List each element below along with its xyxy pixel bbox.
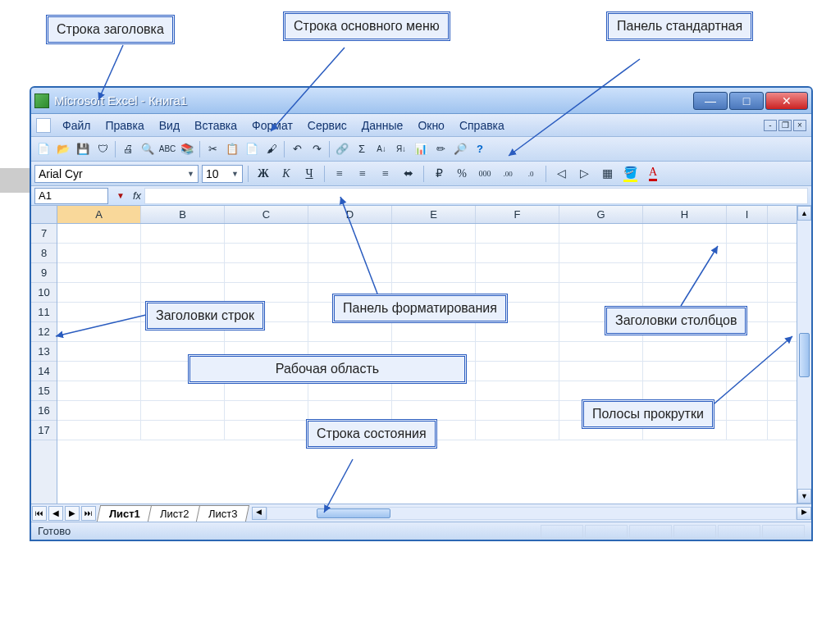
help-icon[interactable]: ? (471, 140, 489, 158)
tab-first-icon[interactable]: ⏮ (32, 506, 47, 521)
formula-input[interactable] (144, 188, 808, 204)
sheet-tab[interactable]: Лист3 (196, 505, 250, 522)
align-center-icon[interactable]: ≡ (353, 165, 372, 183)
select-all-corner[interactable] (31, 206, 57, 224)
minimize-button[interactable]: — (693, 92, 728, 110)
title-bar[interactable]: Microsoft Excel - Книга1 — □ ✕ (31, 88, 811, 114)
close-button[interactable]: ✕ (765, 92, 808, 110)
col-header[interactable]: E (392, 206, 476, 223)
row-header[interactable]: 14 (31, 362, 57, 381)
scroll-track[interactable] (797, 221, 811, 331)
tab-prev-icon[interactable]: ◀ (48, 506, 63, 521)
row-header[interactable]: 16 (31, 401, 57, 421)
name-box-arrow-icon[interactable]: ▼ (112, 191, 130, 200)
percent-icon[interactable]: % (452, 165, 472, 183)
menu-file[interactable]: Файл (56, 116, 97, 134)
inc-decimal-icon[interactable]: .00 (498, 165, 518, 183)
name-box[interactable]: A1 (34, 188, 108, 204)
copy-icon[interactable]: 📋 (223, 140, 241, 158)
tab-next-icon[interactable]: ▶ (65, 506, 80, 521)
scroll-thumb[interactable] (317, 508, 390, 518)
autosum-icon[interactable]: Σ (353, 140, 371, 158)
open-icon[interactable]: 📂 (54, 140, 72, 158)
fx-label[interactable]: fx (133, 189, 141, 202)
maximize-button[interactable]: □ (729, 92, 764, 110)
align-left-icon[interactable]: ≡ (330, 165, 349, 183)
drawing-icon[interactable]: ✏ (431, 140, 450, 158)
paste-icon[interactable]: 📄 (243, 140, 261, 158)
sort-asc-icon[interactable]: А↓ (372, 140, 390, 158)
sort-desc-icon[interactable]: Я↓ (392, 140, 410, 158)
row-header[interactable]: 9 (31, 263, 57, 283)
menu-insert[interactable]: Вставка (188, 116, 244, 134)
row-header[interactable]: 12 (31, 322, 57, 342)
print-icon[interactable]: 🖨 (119, 140, 137, 158)
scroll-right-icon[interactable]: ▶ (797, 507, 811, 520)
scroll-track[interactable] (797, 379, 811, 490)
horizontal-scrollbar[interactable]: ◀ ▶ (252, 507, 811, 520)
bold-button[interactable]: Ж (253, 165, 273, 183)
currency-icon[interactable]: ₽ (429, 165, 449, 183)
menu-format[interactable]: Формат (245, 116, 299, 134)
merge-icon[interactable]: ⬌ (399, 165, 418, 183)
permission-icon[interactable]: 🛡 (94, 140, 112, 158)
redo-icon[interactable]: ↷ (308, 140, 326, 158)
italic-button[interactable]: К (276, 165, 296, 183)
workbook-icon[interactable] (36, 118, 51, 133)
scroll-down-icon[interactable]: ▼ (797, 489, 811, 504)
tab-last-icon[interactable]: ⏭ (81, 506, 96, 521)
sheet-tab[interactable]: Лист1 (97, 505, 153, 522)
new-icon[interactable]: 📄 (34, 140, 52, 158)
row-header[interactable]: 10 (31, 283, 57, 303)
font-color-icon[interactable]: A (643, 165, 663, 183)
mdi-minimize[interactable]: - (764, 120, 777, 131)
indent-inc-icon[interactable]: ▷ (574, 165, 594, 183)
mdi-restore[interactable]: ❐ (778, 120, 792, 131)
col-header[interactable]: F (476, 206, 559, 223)
underline-button[interactable]: Ч (299, 165, 319, 183)
vertical-scrollbar[interactable]: ▲ ▼ (797, 206, 811, 504)
scroll-up-icon[interactable]: ▲ (797, 206, 811, 221)
row-header[interactable]: 15 (31, 381, 57, 401)
row-header[interactable]: 8 (31, 244, 57, 263)
col-header[interactable]: H (643, 206, 727, 223)
format-painter-icon[interactable]: 🖌 (262, 140, 281, 158)
col-header[interactable]: G (559, 206, 643, 223)
menu-view[interactable]: Вид (153, 116, 186, 134)
indent-dec-icon[interactable]: ◁ (551, 165, 571, 183)
menu-data[interactable]: Данные (355, 116, 410, 134)
dec-decimal-icon[interactable]: .0 (521, 165, 541, 183)
menu-window[interactable]: Окно (411, 116, 451, 134)
zoom-icon[interactable]: 🔎 (451, 140, 469, 158)
fill-color-icon[interactable]: 🪣 (620, 165, 640, 183)
comma-icon[interactable]: 000 (475, 165, 495, 183)
preview-icon[interactable]: 🔍 (139, 140, 157, 158)
row-header[interactable]: 7 (31, 224, 57, 244)
col-header[interactable]: A (57, 206, 141, 223)
spelling-icon[interactable]: ABC (158, 140, 176, 158)
row-header[interactable]: 17 (31, 421, 57, 440)
menu-tools[interactable]: Сервис (301, 116, 354, 134)
sheet-tab[interactable]: Лист2 (148, 505, 202, 522)
row-header[interactable]: 11 (31, 303, 57, 322)
research-icon[interactable]: 📚 (178, 140, 196, 158)
col-header[interactable]: I (727, 206, 768, 223)
scroll-left-icon[interactable]: ◀ (252, 507, 267, 520)
font-size-combo[interactable]: 10 ▼ (202, 165, 243, 183)
cut-icon[interactable]: ✂ (203, 140, 221, 158)
scroll-track[interactable] (267, 507, 797, 520)
undo-icon[interactable]: ↶ (288, 140, 306, 158)
hyperlink-icon[interactable]: 🔗 (333, 140, 351, 158)
font-combo[interactable]: Arial Cyr ▼ (34, 165, 199, 183)
menu-edit[interactable]: Правка (98, 116, 150, 134)
mdi-close[interactable]: × (793, 120, 806, 131)
scroll-thumb[interactable] (799, 333, 810, 377)
save-icon[interactable]: 💾 (74, 140, 92, 158)
row-header[interactable]: 13 (31, 342, 57, 362)
align-right-icon[interactable]: ≡ (376, 165, 395, 183)
col-header[interactable]: C (225, 206, 308, 223)
col-header[interactable]: D (308, 206, 392, 223)
borders-icon[interactable]: ▦ (597, 165, 617, 183)
col-header[interactable]: B (141, 206, 225, 223)
chart-icon[interactable]: 📊 (412, 140, 430, 158)
